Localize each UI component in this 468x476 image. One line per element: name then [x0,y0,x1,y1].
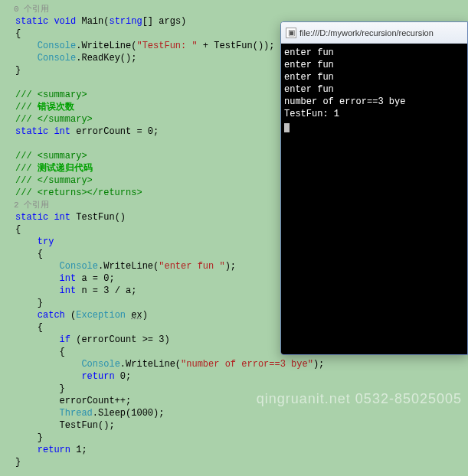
code-line: Console.WriteLine("number of error==3 by… [15,358,463,370]
code-line: return 0; [15,370,463,383]
code-line: } [15,383,463,395]
window-titlebar[interactable]: ▣ file:///D:/mywork/recursion/recursion [281,22,467,44]
code-line: } [15,456,463,468]
code-line: Thread.Sleep(1000); [15,407,463,419]
reference-count: 0 个引用 [14,3,463,15]
console-window[interactable]: ▣ file:///D:/mywork/recursion/recursion … [280,21,468,355]
window-title: file:///D:/mywork/recursion/recursion [299,28,434,37]
console-cursor [284,123,290,132]
code-line: errorCount++; [15,395,463,407]
console-output: enter fun enter fun enter fun enter fun … [281,44,467,354]
code-line: return 1; [15,444,463,456]
app-icon: ▣ [286,28,296,38]
code-line: TestFun(); [15,419,463,432]
code-line: } [15,432,463,444]
